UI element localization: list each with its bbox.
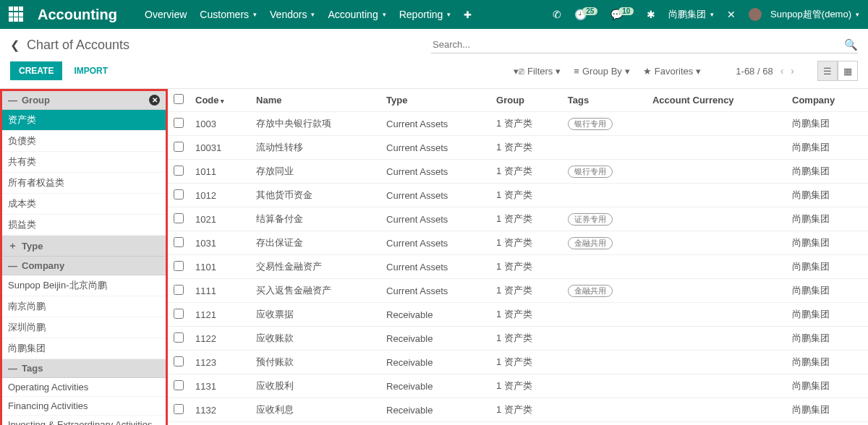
facet-item[interactable]: 损益类 xyxy=(2,215,166,236)
filters-menu[interactable]: ▾⎚ Filters ▾ xyxy=(514,66,561,77)
cell-group: 1 资产类 xyxy=(490,255,562,279)
back-icon[interactable]: ❮ xyxy=(10,38,20,52)
row-checkbox[interactable] xyxy=(174,285,184,295)
table-row[interactable]: 1021结算备付金Current Assets1 资产类证券专用尚鹏集团 xyxy=(168,207,868,231)
row-checkbox[interactable] xyxy=(174,356,184,366)
facet-item[interactable]: 深圳尚鹏 xyxy=(2,317,166,338)
user-menu[interactable]: Sunpop超管(demo) xyxy=(749,8,859,21)
search-box[interactable]: 🔍 xyxy=(431,36,858,53)
facet-item[interactable]: Financing Activities xyxy=(2,397,166,416)
table-row[interactable]: 1132应收利息Receivable1 资产类尚鹏集团 xyxy=(168,398,868,422)
create-button[interactable]: CREATE xyxy=(10,61,62,80)
cell-code: 1012 xyxy=(190,184,250,207)
col-type[interactable]: Type xyxy=(380,89,490,112)
table-row[interactable]: 1123预付账款Receivable1 资产类尚鹏集团 xyxy=(168,351,868,374)
close-icon[interactable]: ✕ xyxy=(727,9,736,20)
favorites-menu[interactable]: ★ Favorites ▾ xyxy=(643,66,701,77)
table-row[interactable]: 1012其他货币资金Current Assets1 资产类尚鹏集团 xyxy=(168,184,868,207)
cell-company: 尚鹏集团 xyxy=(786,279,868,303)
facet-item[interactable]: Investing & Extraordinary Activities xyxy=(2,416,166,425)
pager-prev[interactable]: ‹ xyxy=(780,65,784,77)
col-company[interactable]: Company xyxy=(786,89,868,112)
facet-type: ＋Type xyxy=(2,236,166,257)
facet-item[interactable]: Sunpop Beijin-北京尚鹏 xyxy=(2,275,166,296)
facet-company-header[interactable]: —Company xyxy=(2,257,166,275)
col-code[interactable]: Code xyxy=(190,89,250,112)
cell-code: 1132 xyxy=(190,398,250,422)
cell-name: 流动性转移 xyxy=(250,136,380,160)
facet-item[interactable]: 共有类 xyxy=(2,152,166,173)
navbar-right: ✆ 🕘25 💬10 ✱ 尚鹏集团 ✕ Sunpop超管(demo) xyxy=(553,8,859,21)
table-row[interactable]: 1131应收股利Receivable1 资产类尚鹏集团 xyxy=(168,374,868,398)
import-button[interactable]: IMPORT xyxy=(74,66,108,76)
cell-code: 1111 xyxy=(190,279,250,303)
row-checkbox[interactable] xyxy=(174,261,184,271)
facet-item[interactable]: Operating Activities xyxy=(2,378,166,397)
facet-item[interactable]: 尚鹏集团 xyxy=(2,338,166,359)
col-group[interactable]: Group xyxy=(490,89,562,112)
pager-next[interactable]: › xyxy=(791,65,794,77)
nav-overview[interactable]: Overview xyxy=(145,9,187,20)
nav-reporting[interactable]: Reporting xyxy=(399,9,451,20)
minus-icon: — xyxy=(8,363,17,374)
facet-item[interactable]: 南京尚鹏 xyxy=(2,296,166,317)
list-view-button[interactable]: ☰ xyxy=(817,61,838,81)
pager-range[interactable]: 1-68 / 68 xyxy=(736,66,773,77)
table-row[interactable]: 1122应收账款Receivable1 资产类尚鹏集团 xyxy=(168,327,868,351)
table-row[interactable]: 1011存放同业Current Assets1 资产类银行专用尚鹏集团 xyxy=(168,160,868,184)
col-tags[interactable]: Tags xyxy=(562,89,647,112)
row-checkbox[interactable] xyxy=(174,380,184,390)
facet-tags-header[interactable]: —Tags xyxy=(2,359,166,378)
select-all-header[interactable] xyxy=(168,89,190,112)
table-row[interactable]: 1111买入返售金融资产Current Assets1 资产类金融共用尚鹏集团 xyxy=(168,279,868,303)
select-all-checkbox[interactable] xyxy=(174,94,184,104)
row-checkbox[interactable] xyxy=(174,404,184,414)
row-checkbox[interactable] xyxy=(174,189,184,199)
col-name[interactable]: Name xyxy=(250,89,380,112)
row-checkbox[interactable] xyxy=(174,213,184,223)
app-brand[interactable]: Accounting xyxy=(38,7,117,23)
facet-item[interactable]: 资产类 xyxy=(2,110,166,131)
nav-customers[interactable]: Customers xyxy=(200,9,257,20)
cell-type: Current Assets xyxy=(380,422,490,426)
cell-company: 尚鹏集团 xyxy=(786,231,868,255)
col-account-currency[interactable]: Account Currency xyxy=(647,89,786,112)
phone-icon[interactable]: ✆ xyxy=(553,9,561,20)
table-row[interactable]: 1003存放中央银行款项Current Assets1 资产类银行专用尚鹏集团 xyxy=(168,112,868,136)
facet-item[interactable]: 所有者权益类 xyxy=(2,173,166,194)
facet-item[interactable]: 成本类 xyxy=(2,194,166,215)
row-checkbox[interactable] xyxy=(174,166,184,176)
table-row[interactable]: 1031存出保证金Current Assets1 资产类金融共用尚鹏集团 xyxy=(168,231,868,255)
table-row[interactable]: 10031流动性转移Current Assets1 资产类尚鹏集团 xyxy=(168,136,868,160)
nav-accounting[interactable]: Accounting xyxy=(328,9,386,20)
company-switcher[interactable]: 尚鹏集团 xyxy=(668,8,714,21)
kanban-view-button[interactable]: ▦ xyxy=(838,61,858,81)
row-checkbox[interactable] xyxy=(174,142,184,152)
table-row[interactable]: 1201应收代位追偿款Current Assets1 资产类保险专用尚鹏集团 xyxy=(168,422,868,426)
chat-icon[interactable]: 💬10 xyxy=(610,9,634,20)
cell-company: 尚鹏集团 xyxy=(786,374,868,398)
facet-item[interactable]: 负债类 xyxy=(2,131,166,152)
cell-currency xyxy=(647,279,786,303)
row-checkbox[interactable] xyxy=(174,332,184,343)
table-row[interactable]: 1121应收票据Receivable1 资产类尚鹏集团 xyxy=(168,303,868,327)
search-input[interactable] xyxy=(431,36,844,53)
row-checkbox[interactable] xyxy=(174,118,184,128)
add-menu[interactable]: ✚ xyxy=(464,9,472,20)
cell-name: 应收利息 xyxy=(250,398,380,422)
debug-icon[interactable]: ✱ xyxy=(647,9,655,20)
clear-group-icon[interactable]: ✕ xyxy=(149,95,160,106)
activity-icon[interactable]: 🕘25 xyxy=(574,9,597,20)
cell-tags xyxy=(562,351,647,374)
cell-group: 1 资产类 xyxy=(490,279,562,303)
search-icon[interactable]: 🔍 xyxy=(844,38,858,51)
facet-type-header[interactable]: ＋Type xyxy=(2,236,166,257)
groupby-menu[interactable]: ≡ Group By ▾ xyxy=(574,66,630,77)
table-row[interactable]: 1101交易性金融资产Current Assets1 资产类尚鹏集团 xyxy=(168,255,868,279)
row-checkbox[interactable] xyxy=(174,237,184,247)
facet-group-header[interactable]: —Group✕ xyxy=(2,91,166,110)
apps-icon[interactable] xyxy=(9,7,25,22)
row-checkbox[interactable] xyxy=(174,309,184,319)
nav-vendors[interactable]: Vendors xyxy=(270,9,315,20)
cell-code: 1201 xyxy=(190,422,250,426)
